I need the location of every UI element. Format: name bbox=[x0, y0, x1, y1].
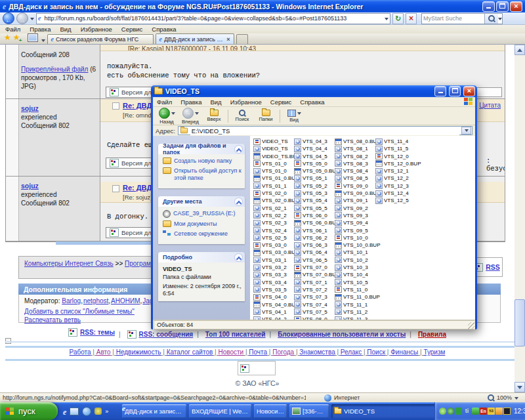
file-item[interactable]: VTS_09_2 bbox=[335, 205, 375, 212]
close-button[interactable] bbox=[510, 1, 522, 12]
file-item[interactable]: VTS_01_1 bbox=[253, 182, 294, 190]
back-button[interactable] bbox=[3, 12, 14, 24]
file-item[interactable]: VTS_07_2 bbox=[294, 286, 335, 293]
explorer-forward-button[interactable]: Вперед bbox=[180, 108, 200, 125]
quote-link[interactable]: Цитата bbox=[479, 102, 501, 109]
scroll-down-arrow[interactable] bbox=[514, 382, 525, 392]
file-item[interactable]: VTS_02_5 bbox=[253, 234, 294, 242]
place-item[interactable]: CASE_39_RUSSIA (E:) bbox=[163, 210, 243, 218]
portal-link[interactable]: Каталог сайтов bbox=[161, 348, 213, 356]
username-link[interactable]: sojuz bbox=[21, 182, 97, 190]
menu-item[interactable]: Файл bbox=[157, 98, 172, 106]
file-item[interactable]: VTS_04_3 bbox=[294, 138, 335, 145]
footer-service-link[interactable]: Блокированные пользователи и хосты bbox=[278, 331, 406, 338]
quicklaunch-ie-icon[interactable] bbox=[63, 406, 66, 417]
tray-icon[interactable] bbox=[503, 408, 511, 415]
file-item[interactable]: VTS_12_4 bbox=[375, 190, 416, 197]
file-item[interactable]: VTS_04_5 bbox=[294, 153, 335, 160]
file-item[interactable]: VTS_03_3 bbox=[253, 271, 294, 278]
maximize-button[interactable] bbox=[449, 86, 461, 96]
file-item[interactable]: VTS_05_0.BUP bbox=[294, 167, 335, 175]
tab-current[interactable]: ДВД-диск и запись на н... bbox=[156, 33, 234, 44]
file-item[interactable]: VIDEO_TS bbox=[253, 145, 294, 152]
file-item[interactable]: VTS_04_4 bbox=[294, 145, 335, 152]
add-favorite-icon[interactable] bbox=[13, 31, 20, 43]
file-item[interactable]: VTS_12_0.BUP bbox=[375, 160, 416, 167]
menu-item[interactable]: Правка bbox=[30, 26, 51, 33]
file-item[interactable]: VTS_08_5 bbox=[335, 175, 375, 182]
file-item[interactable]: VTS_05_1 bbox=[294, 175, 335, 182]
file-item[interactable]: VTS_07_0 bbox=[294, 264, 335, 271]
search-input[interactable] bbox=[422, 14, 484, 22]
search-dropdown-icon[interactable] bbox=[498, 18, 502, 22]
menu-item[interactable]: Избранное bbox=[81, 26, 112, 33]
file-item[interactable]: VTS_06_0 bbox=[294, 212, 335, 219]
file-item[interactable]: VTS_10_1 bbox=[335, 249, 375, 256]
file-item[interactable]: VIDEO_TS.BUP bbox=[253, 153, 294, 160]
file-item[interactable]: VTS_10_4 bbox=[335, 271, 375, 278]
file-item[interactable]: VTS_11_5 bbox=[375, 145, 416, 152]
explorer-search-button[interactable]: Поиск bbox=[232, 110, 252, 122]
post-checkbox[interactable] bbox=[112, 102, 119, 110]
file-item[interactable]: VTS_12_2 bbox=[375, 175, 416, 182]
file-item[interactable]: VTS_09_4 bbox=[335, 219, 375, 226]
tray-icon[interactable] bbox=[455, 408, 462, 415]
search-go-button[interactable] bbox=[484, 14, 498, 24]
menu-item[interactable]: Правка bbox=[180, 98, 201, 106]
portal-link[interactable]: Работа bbox=[70, 348, 91, 356]
file-item[interactable]: VTS_03_4 bbox=[253, 279, 294, 286]
scroll-thumb[interactable] bbox=[514, 299, 525, 346]
file-item[interactable]: VTS_03_5 bbox=[253, 286, 294, 293]
file-item[interactable]: VTS_01_0.BUP bbox=[253, 175, 294, 182]
portal-link[interactable]: Почта bbox=[243, 348, 267, 356]
portal-link[interactable]: Авто bbox=[91, 348, 111, 356]
show-desktop-icon[interactable] bbox=[70, 408, 79, 415]
tray-icon[interactable] bbox=[495, 408, 503, 415]
file-item[interactable]: VTS_08_0.BUP bbox=[335, 138, 375, 145]
taskbar-button[interactable]: Новосибирск (нояб... bbox=[254, 404, 287, 418]
footer-service-link[interactable]: Правила bbox=[418, 331, 446, 338]
moderator-link[interactable]: netghost bbox=[81, 297, 108, 304]
footer-service-link[interactable]: RSS: темы bbox=[80, 329, 115, 336]
menu-item[interactable]: Сервис bbox=[270, 98, 292, 106]
file-item[interactable]: VTS_04_0 bbox=[253, 293, 294, 301]
file-item[interactable]: VTS_07_0.BUP bbox=[294, 271, 335, 278]
explorer-address-bar[interactable] bbox=[178, 126, 472, 135]
zoom-dropdown-icon[interactable] bbox=[514, 397, 518, 402]
tray-icon[interactable] bbox=[472, 408, 479, 415]
file-item[interactable]: VTS_03_1 bbox=[253, 257, 294, 264]
file-item[interactable]: VTS_12_5 bbox=[375, 197, 416, 204]
explorer-up-button[interactable]: Вверх bbox=[204, 110, 224, 122]
username-link[interactable]: sojuz bbox=[21, 104, 97, 112]
tray-icon[interactable]: ti bbox=[463, 408, 471, 415]
file-item[interactable]: VTS_06_5 bbox=[294, 257, 335, 264]
menu-item[interactable]: Избранное bbox=[230, 98, 262, 106]
file-item[interactable]: VTS_11_2 bbox=[335, 308, 375, 316]
file-item[interactable]: VTS_02_3 bbox=[253, 219, 294, 226]
file-item[interactable]: VTS_06_2 bbox=[294, 234, 335, 242]
file-item[interactable]: VTS_12_1 bbox=[375, 167, 416, 175]
file-item[interactable]: VTS_04_0.BUP bbox=[253, 301, 294, 308]
chevron-up-icon[interactable] bbox=[234, 145, 243, 154]
print-thread-link[interactable]: Распечатать ветвь bbox=[24, 316, 81, 324]
moderator-link[interactable]: Barlog bbox=[62, 297, 81, 304]
file-item[interactable]: VTS_10_5 bbox=[335, 279, 375, 286]
history-dropdown-icon[interactable] bbox=[30, 18, 34, 22]
tray-icon[interactable]: En bbox=[480, 408, 487, 415]
file-item[interactable]: VTS_05_3 bbox=[294, 190, 335, 197]
file-item[interactable]: VTS_05_0 bbox=[294, 160, 335, 167]
file-item[interactable]: VTS_07_4 bbox=[294, 301, 335, 308]
chevron-up-icon[interactable] bbox=[234, 253, 243, 262]
place-item[interactable]: Сетевое окружение bbox=[163, 230, 243, 238]
file-item[interactable]: VTS_10_0.BUP bbox=[335, 242, 375, 249]
file-item[interactable]: VTS_03_2 bbox=[253, 264, 294, 271]
restore-button[interactable] bbox=[496, 1, 509, 12]
portal-link[interactable]: Погода bbox=[267, 348, 294, 356]
quicklaunch-app-icon[interactable] bbox=[94, 408, 102, 415]
file-item[interactable]: VTS_07_3 bbox=[294, 293, 335, 301]
file-item[interactable]: VTS_02_4 bbox=[253, 227, 294, 234]
tabs-dropdown-icon[interactable] bbox=[41, 39, 45, 44]
quicklaunch-browser-icon[interactable] bbox=[82, 407, 91, 416]
portal-link[interactable]: Недвижимость bbox=[111, 348, 161, 356]
start-button[interactable]: пуск bbox=[0, 402, 58, 420]
